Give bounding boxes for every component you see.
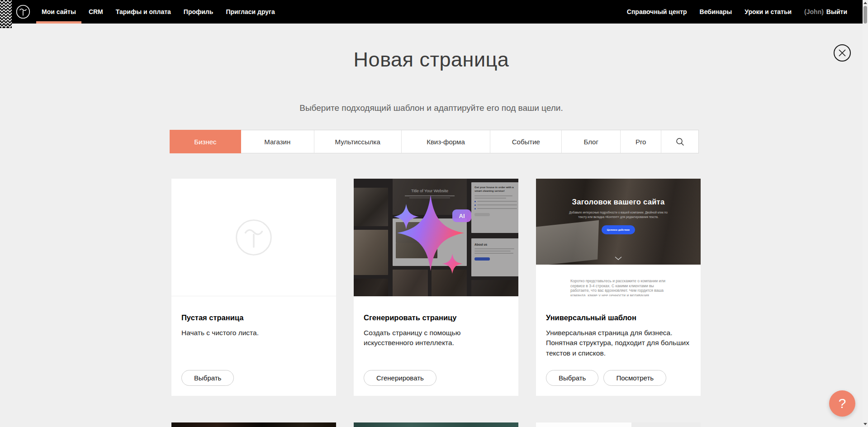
card-blank-page[interactable]: Пустая страница Начать с чистого листа. … xyxy=(171,179,336,396)
card-actions: Выбрать Посмотреть xyxy=(546,370,666,386)
card-title: Сгенерировать страницу xyxy=(364,313,508,322)
page-title: Новая страница xyxy=(0,48,863,71)
vertical-scrollbar[interactable] xyxy=(863,0,868,427)
ai-collage-preview: Title of Your Website Get your house in … xyxy=(354,179,518,296)
collage-about-block: About us xyxy=(471,238,518,276)
card-title: Пустая страница xyxy=(181,313,326,322)
tilda-watermark-icon xyxy=(235,218,273,256)
card-description: Универсальная страница для бизнеса. Поня… xyxy=(546,328,691,358)
template-body-text: Коротко представьтесь и расскажите о ком… xyxy=(570,279,666,296)
view-button[interactable]: Посмотреть xyxy=(603,370,666,386)
scroll-down-arrow-icon[interactable] xyxy=(863,423,867,425)
template-card-partial[interactable] xyxy=(536,422,701,427)
tab-pro[interactable]: Pro xyxy=(621,130,661,153)
chevron-down-icon xyxy=(615,256,622,260)
ai-badge: AI xyxy=(452,209,471,222)
top-navbar: Мои сайты CRM Тарифы и оплата Профиль Пр… xyxy=(0,0,863,24)
ai-sparkle-icon xyxy=(389,191,475,277)
tab-blog[interactable]: Блог xyxy=(562,130,621,153)
collage-photo-meeting xyxy=(354,279,388,296)
card-universal-template[interactable]: Заголовок вашего сайта Добавьте интересн… xyxy=(536,179,701,396)
card-actions: Сгенерировать xyxy=(364,370,436,386)
card-body: Пустая страница Начать с чистого листа. xyxy=(171,296,336,338)
page-subtitle: Выберите подходящий шаблон и адаптируйте… xyxy=(0,103,863,113)
template-card-partial[interactable] xyxy=(171,422,336,427)
tilda-logo-icon[interactable] xyxy=(16,5,30,19)
nav-my-sites[interactable]: Мои сайты xyxy=(35,0,82,24)
nav-help-center[interactable]: Справочный центр xyxy=(621,0,693,24)
scrollbar-thumb[interactable] xyxy=(863,6,867,24)
template-hero-title: Заголовок вашего сайта xyxy=(572,198,665,206)
nav-lessons[interactable]: Уроки и статьи xyxy=(738,0,798,24)
template-hero: Заголовок вашего сайта Добавьте интересн… xyxy=(536,179,701,265)
tab-quiz-form[interactable]: Квиз-форма xyxy=(402,130,491,153)
logout-label: Выйти xyxy=(826,8,847,15)
tab-business[interactable]: Бизнес xyxy=(170,130,241,153)
secondary-menu: Справочный центр Вебинары Уроки и статьи… xyxy=(621,0,854,24)
template-card-partial[interactable] xyxy=(354,422,518,427)
nav-logout[interactable]: (John) Выйти xyxy=(798,0,854,24)
choose-button[interactable]: Выбрать xyxy=(546,370,598,386)
tab-multilink[interactable]: Мультиссылка xyxy=(314,130,402,153)
tab-event[interactable]: Событие xyxy=(490,130,562,153)
card-body: Сгенерировать страницу Создать страницу … xyxy=(354,296,518,348)
template-hero-subtitle: Добавьте интересные подробности о вашей … xyxy=(566,210,671,219)
card-description: Начать с чистого листа. xyxy=(181,328,326,338)
collage-photo-livingroom xyxy=(354,230,388,275)
nav-profile[interactable]: Профиль xyxy=(177,0,220,24)
nav-webinars[interactable]: Вебинары xyxy=(693,0,739,24)
generate-button[interactable]: Сгенерировать xyxy=(364,370,436,386)
card-ai-generate[interactable]: Title of Your Website Get your house in … xyxy=(354,179,518,396)
nav-crm[interactable]: CRM xyxy=(82,0,109,24)
main-menu: Мои сайты CRM Тарифы и оплата Профиль Пр… xyxy=(35,0,281,24)
collage-about-title: About us xyxy=(474,243,517,246)
card-description: Создать страницу с помощью искусственног… xyxy=(364,328,508,348)
template-body: Коротко представьтесь и расскажите о ком… xyxy=(536,265,701,296)
help-button[interactable]: ? xyxy=(829,390,855,417)
user-name: (John) xyxy=(804,8,824,15)
collage-cleaning-block: Get your house in order with a smart cle… xyxy=(471,182,518,233)
card-actions: Выбрать xyxy=(181,370,234,386)
scroll-up-arrow-icon[interactable] xyxy=(863,2,867,4)
template-grid: Пустая страница Начать с чистого листа. … xyxy=(171,179,701,396)
search-icon xyxy=(676,138,684,146)
card-body: Универсальный шаблон Универсальная стран… xyxy=(536,296,701,358)
collage-cleaning-title: Get your house in order with a smart cle… xyxy=(474,186,517,193)
tab-shop[interactable]: Магазин xyxy=(241,130,314,153)
nav-invite-friend[interactable]: Пригласи друга xyxy=(219,0,281,24)
universal-template-preview: Заголовок вашего сайта Добавьте интересн… xyxy=(536,179,701,296)
choose-button[interactable]: Выбрать xyxy=(181,370,234,386)
template-category-tabs: Бизнес Магазин Мультиссылка Квиз-форма С… xyxy=(170,130,699,153)
collage-photo-office xyxy=(354,188,388,226)
template-grid-next-row xyxy=(171,422,701,427)
collage-photo-team xyxy=(471,280,518,296)
nav-pricing[interactable]: Тарифы и оплата xyxy=(109,0,177,24)
zigzag-brand-ribbon xyxy=(0,0,12,28)
blank-page-preview xyxy=(171,179,336,296)
template-cta-button: Целевое действие xyxy=(602,225,635,234)
card-title: Универсальный шаблон xyxy=(546,313,691,322)
search-tab[interactable] xyxy=(661,130,698,153)
